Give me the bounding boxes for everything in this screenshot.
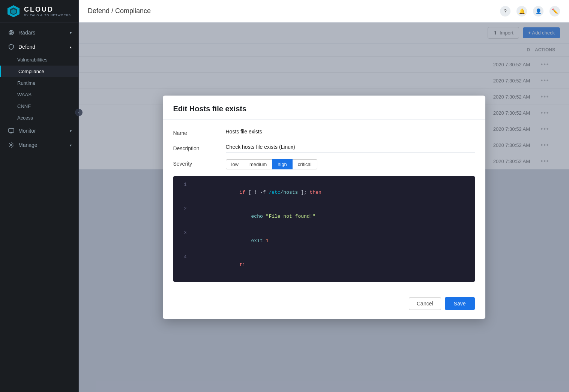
svg-point-5 [11,32,12,33]
code-line-1: 1 if [ ! -f /etc/hosts ]; then [173,181,475,205]
code-line-2: 2 echo "File not found!" [173,205,475,229]
cnnf-label: CNNF [17,103,31,109]
severity-selector: low medium high critical [226,159,317,169]
defend-icon [8,43,15,50]
sidebar-item-compliance[interactable]: Compliance [0,66,78,77]
sidebar-item-cnnf[interactable]: CNNF [0,100,78,112]
code-content: echo "File not found!" [193,205,470,229]
sidebar-item-monitor[interactable]: Monitor ▾ [0,124,78,138]
severity-medium-button[interactable]: medium [244,159,272,169]
access-label: Access [17,115,33,121]
description-field-row: Description Check hosts file exists (Lin… [173,144,475,153]
code-content: exit 1 [193,229,470,253]
line-number: 1 [178,181,187,189]
name-value[interactable]: Hosts file exists [226,129,475,137]
sidebar-item-radars[interactable]: Radars ▾ [0,25,78,40]
code-line-4: 4 fi [173,253,475,277]
manage-chevron: ▾ [70,143,72,147]
defend-chevron: ▴ [70,45,72,49]
modal-title: Edit Hosts file exists [173,105,475,113]
severity-field-row: Severity low medium high critical [173,159,475,169]
sidebar-monitor-label: Monitor [18,128,36,134]
code-content: fi [193,253,470,277]
svg-point-9 [11,144,12,146]
sidebar-item-waas[interactable]: WAAS [0,89,78,100]
sidebar-item-manage[interactable]: Manage ▾ [0,138,78,152]
logo-text: CLOUD BY PALO ALTO NETWORKS [24,6,71,17]
code-editor[interactable]: 1 if [ ! -f /etc/hosts ]; then 2 echo "F… [173,176,475,282]
monitor-chevron: ▾ [70,129,72,133]
save-button[interactable]: Save [445,297,475,310]
modal-body: Name Hosts file exists Description Check… [163,120,485,291]
runtime-label: Runtime [17,80,35,86]
modal-header: Edit Hosts file exists [163,96,485,120]
sidebar-item-runtime[interactable]: Runtime [0,77,78,89]
compliance-label: Compliance [18,69,44,74]
severity-low-button[interactable]: low [226,159,245,169]
line-number: 3 [178,230,187,237]
name-label: Name [173,129,218,136]
topbar-icons: ? 🔔 👤 ✏️ [500,6,560,16]
monitor-icon [8,127,15,134]
page-title: Defend / Compliance [88,7,151,15]
description-value[interactable]: Check hosts file exists (Linux) [226,144,475,153]
severity-critical-button[interactable]: critical [293,159,317,169]
code-line-3: 3 exit 1 [173,229,475,253]
waas-label: WAAS [17,92,32,97]
svg-rect-6 [9,129,14,132]
severity-high-button[interactable]: high [272,159,293,169]
line-number: 4 [178,254,187,261]
code-content: if [ ! -f /etc/hosts ]; then [193,181,470,204]
sidebar: CLOUD BY PALO ALTO NETWORKS Radars ▾ [0,0,79,392]
logo-icon [7,4,20,18]
sidebar-item-vulnerabilities[interactable]: Vulnerabilities [0,54,78,66]
content-area: ⬆ Import + Add check d Actions 2020 7:30… [79,22,569,392]
edit-icon[interactable]: ✏️ [549,6,560,16]
line-number: 2 [178,206,187,213]
logo-sub-label: BY PALO ALTO NETWORKS [24,13,71,17]
modal-footer: Cancel Save [163,291,485,319]
logo: CLOUD BY PALO ALTO NETWORKS [0,0,78,22]
edit-modal: Edit Hosts file exists Name Hosts file e… [163,96,485,319]
notifications-icon[interactable]: 🔔 [516,6,527,16]
manage-icon [8,142,15,148]
sidebar-manage-label: Manage [18,142,38,148]
sidebar-item-defend[interactable]: Defend ▴ [0,40,78,54]
radars-chevron: ▾ [70,31,72,35]
severity-label: Severity [173,159,218,167]
user-icon[interactable]: 👤 [533,6,543,16]
sidebar-item-access[interactable]: Access [0,112,78,124]
cancel-button[interactable]: Cancel [409,297,441,310]
main-content: Defend / Compliance ? 🔔 👤 ✏️ ⬆ Import + … [79,0,569,392]
description-label: Description [173,144,218,151]
help-icon[interactable]: ? [500,6,510,16]
vulnerabilities-label: Vulnerabilities [17,57,47,63]
modal-overlay: Edit Hosts file exists Name Hosts file e… [79,22,569,392]
logo-cloud-label: CLOUD [24,6,71,13]
sidebar-defend-label: Defend [18,44,35,50]
topbar: Defend / Compliance ? 🔔 👤 ✏️ [79,0,569,22]
sidebar-nav: Radars ▾ Defend ▴ Vulnerabilities Compli… [0,22,78,392]
radars-icon [8,29,15,36]
name-field-row: Name Hosts file exists [173,129,475,137]
sidebar-radars-label: Radars [18,30,35,36]
